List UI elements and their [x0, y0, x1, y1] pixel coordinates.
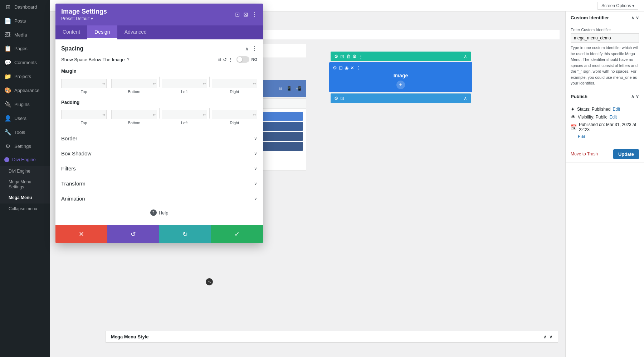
- filters-header[interactable]: Filters ∨: [61, 165, 257, 172]
- padding-bottom-input[interactable]: [111, 110, 157, 119]
- transform-header[interactable]: Transform ∨: [61, 180, 257, 187]
- margin-bottom-link-icon[interactable]: ⇔: [153, 82, 156, 86]
- margin-top-link-icon[interactable]: ⇔: [102, 82, 105, 86]
- box-shadow-header[interactable]: Box Shadow ∨: [61, 150, 257, 156]
- modal-settings-icon[interactable]: ⊡: [235, 11, 240, 18]
- padding-divider-3: [209, 108, 210, 119]
- transform-section: Transform ∨: [61, 176, 257, 191]
- redo-icon: ↻: [182, 230, 188, 238]
- spacing-more-icon[interactable]: ⋮: [252, 45, 257, 52]
- padding-divider-2: [159, 108, 160, 119]
- padding-bottom-link-icon[interactable]: ⇔: [153, 113, 156, 117]
- padding-right-box: ⇔ Right: [212, 110, 257, 125]
- margin-right-label: Right: [230, 90, 239, 94]
- animation-arrow-icon: ∨: [254, 196, 257, 201]
- animation-header[interactable]: Animation ∨: [61, 196, 257, 202]
- padding-right-link-icon[interactable]: ⇔: [253, 113, 256, 117]
- modal-save-button[interactable]: ✓: [211, 225, 263, 243]
- toggle-device-icons: 🖥 ↺ ⋮: [217, 57, 233, 62]
- padding-right-input[interactable]: [212, 110, 257, 119]
- padding-top-box: ⇔ Top: [61, 110, 107, 125]
- margin-divider-2: [159, 77, 160, 87]
- toggle-switch[interactable]: [236, 56, 249, 63]
- padding-left-link-icon[interactable]: ⇔: [203, 113, 206, 117]
- image-settings-modal: Image Settings Preset: Default ▾ ⊡ ⊠ ⋮ C…: [55, 4, 263, 243]
- save-icon: ✓: [234, 230, 240, 238]
- modal-reset-button[interactable]: ↺: [107, 225, 159, 243]
- padding-left-box: ⇔ Left: [162, 110, 207, 125]
- modal-tab-design[interactable]: Design: [87, 25, 117, 39]
- margin-group: Margin ⇔ Top ⇔: [61, 68, 257, 94]
- margin-top-input[interactable]: [61, 79, 107, 88]
- border-arrow-icon: ∨: [254, 136, 257, 141]
- padding-bottom-label: Bottom: [128, 121, 140, 125]
- margin-divider-3: [209, 77, 210, 87]
- margin-right-link-icon[interactable]: ⇔: [253, 82, 256, 86]
- toggle-desktop-icon[interactable]: 🖥: [217, 57, 221, 62]
- padding-top-input[interactable]: [61, 110, 107, 119]
- margin-left-label: Left: [181, 90, 187, 94]
- filters-section: Filters ∨: [61, 161, 257, 176]
- padding-left-label: Left: [181, 121, 187, 125]
- animation-title: Animation: [61, 196, 85, 202]
- toggle-switch-wrapper[interactable]: NO: [236, 56, 258, 63]
- margin-left-box: ⇔ Left: [162, 79, 207, 94]
- modal-resize-handle[interactable]: ⤡: [206, 278, 213, 285]
- margin-left-input[interactable]: [162, 79, 207, 88]
- margin-right-box: ⇔ Right: [212, 79, 257, 94]
- margin-bottom-input[interactable]: [111, 79, 157, 88]
- toggle-help-icon[interactable]: ?: [127, 57, 130, 62]
- padding-label: Padding: [61, 100, 257, 105]
- toggle-value: NO: [252, 57, 258, 62]
- margin-bottom-label: Bottom: [128, 90, 140, 94]
- modal-tab-advanced[interactable]: Advanced: [117, 25, 154, 39]
- spacing-section-header: Spacing ∧ ⋮: [61, 45, 257, 52]
- spacing-section-controls: ∧ ⋮: [245, 45, 257, 52]
- modal-layout-icon[interactable]: ⊠: [243, 11, 248, 18]
- margin-divider-1: [109, 77, 109, 87]
- border-title: Border: [61, 135, 77, 141]
- toggle-more-icon[interactable]: ⋮: [228, 57, 233, 62]
- modal-tab-content[interactable]: Content: [55, 25, 87, 39]
- modal-header-icons: ⊡ ⊠ ⋮: [235, 11, 257, 18]
- box-shadow-arrow-icon: ∨: [254, 151, 257, 156]
- help-row: ? Help: [61, 206, 257, 219]
- modal-header: Image Settings Preset: Default ▾ ⊡ ⊠ ⋮: [55, 4, 263, 25]
- help-label[interactable]: Help: [159, 210, 169, 216]
- modal-more-icon[interactable]: ⋮: [252, 11, 257, 18]
- margin-fields: ⇔ Top ⇔ Bottom: [61, 77, 257, 94]
- margin-top-label: Top: [81, 90, 87, 94]
- spacing-title: Spacing: [61, 45, 83, 52]
- modal-tabs: Content Design Advanced: [55, 25, 263, 39]
- margin-top-box: ⇔ Top: [61, 79, 107, 94]
- spacing-collapse-icon[interactable]: ∧: [245, 46, 249, 52]
- transform-arrow-icon: ∨: [254, 181, 257, 186]
- padding-right-label: Right: [230, 121, 239, 125]
- box-shadow-title: Box Shadow: [61, 150, 91, 156]
- margin-right-input[interactable]: [212, 79, 257, 88]
- modal-cancel-button[interactable]: ✕: [55, 225, 107, 243]
- modal-preset[interactable]: Preset: Default ▾: [61, 16, 107, 21]
- toggle-knob: [237, 57, 242, 62]
- padding-top-label: Top: [81, 121, 87, 125]
- toggle-row: Show Space Below The Image ? 🖥 ↺ ⋮ NO: [61, 56, 257, 63]
- transform-title: Transform: [61, 180, 86, 187]
- filters-arrow-icon: ∨: [254, 166, 257, 171]
- filters-title: Filters: [61, 165, 76, 172]
- padding-bottom-box: ⇔ Bottom: [111, 110, 157, 125]
- padding-top-link-icon[interactable]: ⇔: [102, 113, 105, 117]
- padding-divider-1: [109, 108, 109, 119]
- resize-icon: ⤡: [208, 280, 211, 284]
- margin-bottom-box: ⇔ Bottom: [111, 79, 157, 94]
- border-header[interactable]: Border ∨: [61, 135, 257, 141]
- modal-redo-button[interactable]: ↻: [159, 225, 211, 243]
- margin-left-link-icon[interactable]: ⇔: [203, 82, 206, 86]
- cancel-icon: ✕: [79, 230, 84, 238]
- padding-group: Padding ⇔ Top ⇔: [61, 100, 257, 125]
- padding-left-input[interactable]: [162, 110, 207, 119]
- toggle-reset-icon[interactable]: ↺: [223, 57, 227, 62]
- reset-icon: ↺: [131, 230, 136, 238]
- modal-body: Spacing ∧ ⋮ Show Space Below The Image ?…: [55, 39, 263, 225]
- padding-fields: ⇔ Top ⇔ Bottom: [61, 108, 257, 125]
- modal-title: Image Settings: [61, 8, 107, 15]
